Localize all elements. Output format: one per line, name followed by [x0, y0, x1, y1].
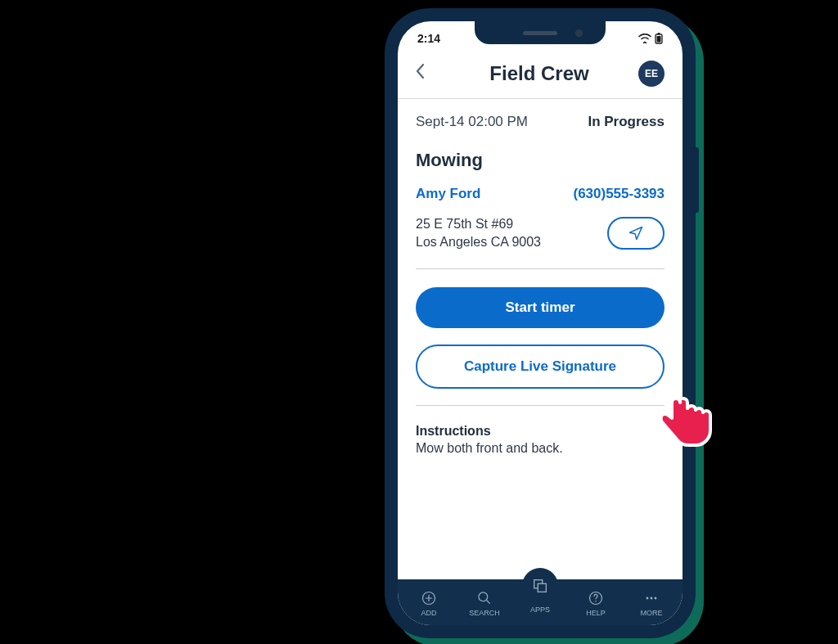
contact-name-link[interactable]: Amy Ford — [416, 186, 480, 202]
address-line-1: 25 E 75th St #69 — [416, 215, 541, 233]
avatar[interactable]: EE — [638, 61, 665, 87]
job-datetime: Sept-14 02:00 PM — [416, 114, 528, 130]
more-icon — [643, 590, 660, 606]
start-timer-button[interactable]: Start timer — [416, 287, 665, 328]
svg-rect-2 — [657, 36, 661, 43]
svg-point-4 — [479, 592, 488, 601]
nav-more[interactable]: MORE — [624, 589, 679, 617]
navigate-button[interactable] — [607, 217, 665, 250]
instructions-text: Mow both front and back. — [416, 441, 665, 456]
capture-signature-button[interactable]: Capture Live Signature — [416, 345, 665, 389]
back-button[interactable] — [416, 63, 440, 84]
app-header: Field Crew EE — [398, 51, 683, 99]
phone-frame: 2:14 Field Crew EE Sept-14 02:00 PM In P… — [385, 8, 696, 638]
wifi-icon — [638, 34, 651, 43]
content-area: Sept-14 02:00 PM In Progress Mowing Amy … — [398, 99, 683, 579]
contact-phone-link[interactable]: (630)555-3393 — [573, 186, 665, 202]
divider — [416, 405, 665, 406]
svg-point-9 — [647, 597, 649, 600]
pointer-cursor-icon — [653, 389, 719, 454]
job-status: In Progress — [588, 114, 665, 130]
notch — [475, 21, 606, 44]
svg-point-8 — [595, 601, 597, 602]
instructions-label: Instructions — [416, 424, 665, 439]
navigate-icon — [628, 225, 644, 241]
svg-point-11 — [655, 597, 657, 600]
divider — [416, 268, 665, 269]
battery-icon — [655, 33, 663, 44]
side-button — [696, 147, 699, 213]
apps-icon — [531, 577, 549, 595]
nav-apps[interactable]: APPS — [512, 579, 568, 614]
svg-point-10 — [651, 597, 653, 600]
nav-search[interactable]: SEARCH — [457, 589, 512, 617]
status-time: 2:14 — [417, 32, 440, 45]
svg-rect-6 — [538, 583, 546, 592]
nav-help[interactable]: HELP — [568, 589, 624, 617]
search-icon — [476, 590, 493, 606]
address-line-2: Los Angeles CA 9003 — [416, 233, 541, 251]
plus-circle-icon — [421, 590, 437, 606]
help-icon — [588, 590, 604, 606]
nav-add[interactable]: ADD — [401, 589, 457, 617]
job-title: Mowing — [416, 150, 665, 171]
page-title: Field Crew — [489, 62, 588, 85]
svg-rect-1 — [658, 33, 660, 34]
bottom-nav: ADD SEARCH APPS HELP MORE — [398, 579, 683, 625]
job-address: 25 E 75th St #69 Los Angeles CA 9003 — [416, 215, 541, 252]
